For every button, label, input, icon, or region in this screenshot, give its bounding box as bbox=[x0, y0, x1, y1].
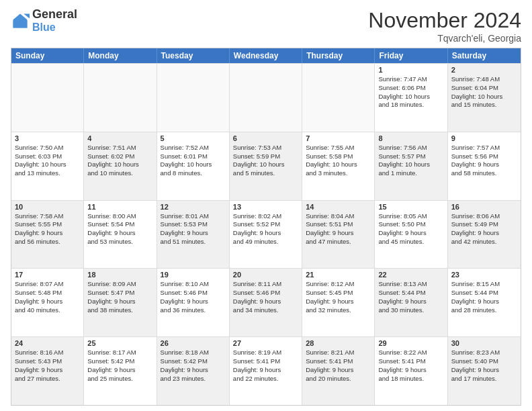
calendar-cell-empty-0-1 bbox=[84, 64, 157, 132]
calendar-cell-empty-0-2 bbox=[157, 64, 230, 132]
calendar-cell-7: 7Sunrise: 7:55 AMSunset: 5:58 PMDaylight… bbox=[302, 132, 375, 200]
cell-line: Daylight: 9 hours bbox=[15, 298, 80, 306]
day-number: 4 bbox=[87, 134, 152, 142]
calendar-cell-18: 18Sunrise: 8:09 AMSunset: 5:47 PMDayligh… bbox=[84, 269, 157, 336]
header: General Blue November 2024 Tqvarch'eli, … bbox=[11, 8, 521, 44]
calendar-cell-24: 24Sunrise: 8:16 AMSunset: 5:43 PMDayligh… bbox=[11, 337, 84, 405]
cell-line: and 5 minutes. bbox=[233, 169, 298, 178]
calendar-cell-12: 12Sunrise: 8:01 AMSunset: 5:53 PMDayligh… bbox=[157, 201, 230, 269]
cell-line: and 18 minutes. bbox=[378, 375, 443, 383]
cell-line: and 38 minutes. bbox=[87, 306, 152, 315]
calendar-cell-1: 1Sunrise: 7:47 AMSunset: 6:06 PMDaylight… bbox=[375, 64, 447, 132]
cell-line: Sunset: 5:56 PM bbox=[451, 152, 517, 161]
day-header-sunday: Sunday bbox=[11, 48, 84, 63]
cell-line: Daylight: 10 hours bbox=[451, 93, 517, 101]
day-number: 3 bbox=[15, 134, 80, 142]
cell-line: Sunset: 5:58 PM bbox=[306, 152, 371, 161]
cell-line: Sunset: 5:49 PM bbox=[451, 220, 517, 229]
cell-line: Sunrise: 8:02 AM bbox=[233, 212, 298, 221]
cell-line: Sunset: 5:57 PM bbox=[378, 152, 443, 161]
cell-line: Sunset: 5:46 PM bbox=[233, 289, 298, 298]
day-number: 27 bbox=[233, 339, 298, 347]
day-number: 15 bbox=[378, 203, 443, 211]
calendar-cell-30: 30Sunrise: 8:23 AMSunset: 5:40 PMDayligh… bbox=[448, 337, 521, 405]
cell-line: Daylight: 9 hours bbox=[451, 229, 517, 238]
calendar-row-2: 10Sunrise: 7:58 AMSunset: 5:55 PMDayligh… bbox=[11, 200, 521, 269]
cell-line: Sunset: 6:04 PM bbox=[451, 84, 517, 93]
calendar-cell-9: 9Sunrise: 7:57 AMSunset: 5:56 PMDaylight… bbox=[448, 132, 521, 200]
calendar-cell-27: 27Sunrise: 8:19 AMSunset: 5:41 PMDayligh… bbox=[230, 337, 302, 405]
cell-line: Sunrise: 8:05 AM bbox=[378, 212, 443, 221]
cell-line: Sunset: 5:41 PM bbox=[306, 357, 371, 366]
cell-line: Sunrise: 8:11 AM bbox=[233, 280, 298, 289]
cell-line: and 20 minutes. bbox=[306, 375, 371, 383]
day-number: 20 bbox=[233, 271, 298, 279]
logo-icon bbox=[11, 11, 30, 30]
cell-line: Sunset: 6:01 PM bbox=[161, 152, 226, 161]
calendar-cell-2: 2Sunrise: 7:48 AMSunset: 6:04 PMDaylight… bbox=[448, 64, 521, 132]
calendar-cell-21: 21Sunrise: 8:12 AMSunset: 5:45 PMDayligh… bbox=[302, 269, 375, 336]
cell-line: Sunset: 5:59 PM bbox=[233, 152, 298, 161]
cell-line: Sunrise: 7:47 AM bbox=[378, 75, 443, 84]
cell-line: Sunset: 5:42 PM bbox=[161, 357, 226, 366]
day-number: 8 bbox=[378, 134, 443, 142]
cell-line: and 42 minutes. bbox=[451, 238, 517, 246]
calendar-cell-26: 26Sunrise: 8:18 AMSunset: 5:42 PMDayligh… bbox=[157, 337, 230, 405]
day-number: 11 bbox=[87, 203, 152, 211]
cell-line: and 40 minutes. bbox=[15, 306, 80, 315]
cell-line: and 28 minutes. bbox=[451, 306, 517, 315]
cell-line: and 15 minutes. bbox=[451, 101, 517, 109]
cell-line: Sunrise: 8:13 AM bbox=[378, 280, 443, 289]
cell-line: Daylight: 9 hours bbox=[161, 298, 226, 306]
cell-line: Daylight: 9 hours bbox=[451, 298, 517, 306]
cell-line: Sunset: 6:06 PM bbox=[378, 84, 443, 93]
cell-line: Sunrise: 8:10 AM bbox=[161, 280, 226, 289]
day-number: 10 bbox=[15, 203, 80, 211]
cell-line: and 18 minutes. bbox=[378, 101, 443, 109]
cell-line: Daylight: 9 hours bbox=[87, 298, 152, 306]
day-number: 21 bbox=[306, 271, 371, 279]
cell-line: Sunset: 5:54 PM bbox=[87, 220, 152, 229]
calendar-cell-20: 20Sunrise: 8:11 AMSunset: 5:46 PMDayligh… bbox=[230, 269, 302, 336]
day-number: 18 bbox=[87, 271, 152, 279]
cell-line: Sunrise: 8:18 AM bbox=[161, 349, 226, 357]
cell-line: and 13 minutes. bbox=[15, 169, 80, 178]
calendar-cell-19: 19Sunrise: 8:10 AMSunset: 5:46 PMDayligh… bbox=[157, 269, 230, 336]
cell-line: Daylight: 9 hours bbox=[15, 229, 80, 238]
cell-line: Sunset: 6:02 PM bbox=[87, 152, 152, 161]
cell-line: Sunset: 5:41 PM bbox=[378, 357, 443, 366]
cell-line: Sunrise: 7:50 AM bbox=[15, 144, 80, 152]
cell-line: Daylight: 10 hours bbox=[306, 161, 371, 169]
cell-line: Daylight: 9 hours bbox=[451, 161, 517, 169]
day-number: 2 bbox=[451, 66, 517, 74]
cell-line: Daylight: 9 hours bbox=[378, 298, 443, 306]
cell-line: Sunrise: 8:00 AM bbox=[87, 212, 152, 221]
calendar-cell-25: 25Sunrise: 8:17 AMSunset: 5:42 PMDayligh… bbox=[84, 337, 157, 405]
cell-line: Sunrise: 8:21 AM bbox=[306, 349, 371, 357]
cell-line: and 30 minutes. bbox=[378, 306, 443, 315]
cell-line: Daylight: 9 hours bbox=[87, 366, 152, 375]
cell-line: Daylight: 9 hours bbox=[15, 366, 80, 375]
calendar-row-1: 3Sunrise: 7:50 AMSunset: 6:03 PMDaylight… bbox=[11, 132, 521, 200]
day-number: 12 bbox=[161, 203, 226, 211]
cell-line: Sunset: 5:55 PM bbox=[15, 220, 80, 229]
day-number: 14 bbox=[306, 203, 371, 211]
cell-line: Daylight: 9 hours bbox=[233, 366, 298, 375]
cell-line: Sunrise: 7:57 AM bbox=[451, 144, 517, 152]
calendar-body: 1Sunrise: 7:47 AMSunset: 6:06 PMDaylight… bbox=[11, 63, 521, 405]
svg-rect-2 bbox=[13, 21, 28, 28]
cell-line: Sunrise: 7:58 AM bbox=[15, 212, 80, 221]
day-header-tuesday: Tuesday bbox=[157, 48, 230, 63]
cell-line: Sunset: 5:50 PM bbox=[378, 220, 443, 229]
cell-line: Sunrise: 8:12 AM bbox=[306, 280, 371, 289]
cell-line: Sunrise: 8:07 AM bbox=[15, 280, 80, 289]
cell-line: and 22 minutes. bbox=[233, 375, 298, 383]
day-number: 16 bbox=[451, 203, 517, 211]
cell-line: and 45 minutes. bbox=[378, 238, 443, 246]
day-number: 30 bbox=[451, 339, 517, 347]
cell-line: and 36 minutes. bbox=[161, 306, 226, 315]
cell-line: and 32 minutes. bbox=[306, 306, 371, 315]
cell-line: Sunset: 5:51 PM bbox=[306, 220, 371, 229]
cell-line: Sunset: 5:48 PM bbox=[15, 289, 80, 298]
cell-line: and 25 minutes. bbox=[87, 375, 152, 383]
